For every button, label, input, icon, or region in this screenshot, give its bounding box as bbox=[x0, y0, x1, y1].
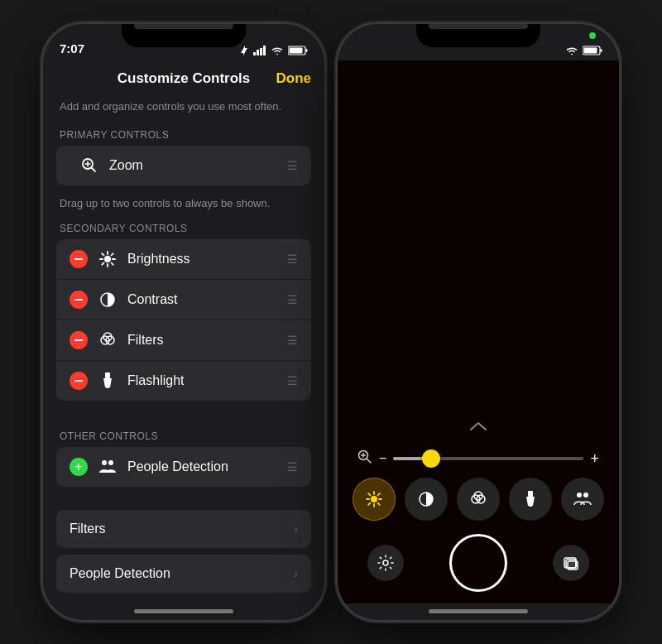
nav-title: Customize Controls bbox=[118, 70, 251, 87]
left-phone: 7:07 bbox=[43, 24, 324, 620]
contrast-row[interactable]: Contrast ☰ bbox=[56, 280, 311, 320]
other-controls-header: OTHER CONTROLS bbox=[43, 424, 324, 447]
svg-point-53 bbox=[583, 493, 588, 497]
filters-nav-row[interactable]: Filters › bbox=[56, 510, 311, 548]
status-icons bbox=[241, 46, 308, 55]
flashlight-ctrl-btn[interactable] bbox=[509, 478, 552, 521]
svg-rect-24 bbox=[105, 372, 110, 378]
svg-line-33 bbox=[367, 459, 371, 463]
zoom-drag-handle[interactable]: ☰ bbox=[287, 159, 298, 172]
description-text: Add and organize controls you use most o… bbox=[43, 97, 324, 123]
svg-line-17 bbox=[112, 263, 113, 265]
filters-drag-handle[interactable]: ☰ bbox=[287, 334, 298, 347]
svg-rect-49 bbox=[528, 491, 533, 497]
brightness-label: Brightness bbox=[127, 252, 281, 267]
people-detection-label: People Detection bbox=[127, 459, 281, 474]
right-battery-icon bbox=[583, 46, 602, 55]
flashlight-drag-handle[interactable]: ☰ bbox=[287, 374, 298, 387]
nav-bar: Customize Controls Done bbox=[43, 60, 324, 97]
swipe-up-indicator bbox=[338, 419, 619, 436]
svg-rect-26 bbox=[106, 386, 109, 388]
settings-ctrl-btn[interactable] bbox=[367, 545, 404, 581]
flashlight-minus-btn[interactable] bbox=[70, 372, 88, 390]
brightness-ctrl-btn[interactable] bbox=[353, 478, 396, 521]
battery-icon bbox=[288, 46, 308, 55]
svg-point-54 bbox=[383, 560, 388, 565]
shutter-button[interactable] bbox=[449, 534, 507, 592]
camera-controls-grid bbox=[338, 474, 619, 524]
svg-point-11 bbox=[104, 256, 111, 262]
contrast-minus-btn[interactable] bbox=[70, 291, 88, 309]
done-button[interactable]: Done bbox=[276, 70, 312, 87]
left-screen: Customize Controls Done Add and organize… bbox=[43, 60, 324, 603]
primary-controls-header: PRIMARY CONTROLS bbox=[43, 123, 324, 146]
contrast-label: Contrast bbox=[127, 292, 281, 307]
svg-rect-0 bbox=[253, 52, 256, 55]
home-indicator-left bbox=[134, 609, 233, 613]
camera-active-dot bbox=[589, 32, 596, 39]
wifi-icon bbox=[271, 46, 284, 55]
bottom-controls bbox=[338, 531, 619, 595]
shutter-inner bbox=[454, 539, 502, 587]
zoom-icon bbox=[78, 154, 101, 177]
svg-rect-51 bbox=[529, 504, 532, 507]
filters-icon bbox=[96, 329, 119, 352]
people-detection-plus-btn[interactable] bbox=[70, 458, 88, 476]
svg-rect-3 bbox=[263, 46, 266, 55]
svg-line-18 bbox=[112, 253, 113, 255]
other-controls-group: People Detection ☰ bbox=[56, 447, 311, 487]
people-detection-nav-row[interactable]: People Detection › bbox=[56, 555, 311, 593]
contrast-icon bbox=[96, 288, 119, 311]
svg-rect-5 bbox=[306, 49, 308, 52]
flashlight-row[interactable]: Flashlight ☰ bbox=[56, 361, 311, 401]
zoom-slider-thumb[interactable] bbox=[422, 449, 440, 468]
people-detection-ctrl-btn[interactable] bbox=[561, 478, 604, 521]
zoom-slider-track[interactable] bbox=[393, 457, 583, 460]
home-indicator-right bbox=[429, 609, 528, 613]
brightness-minus-btn[interactable] bbox=[70, 250, 88, 268]
filters-nav-chevron: › bbox=[294, 522, 298, 536]
people-detection-row[interactable]: People Detection ☰ bbox=[56, 447, 311, 487]
camera-ui: − + bbox=[338, 419, 619, 603]
status-time: 7:07 bbox=[60, 41, 84, 55]
people-detection-icon bbox=[96, 455, 119, 478]
brightness-drag-handle[interactable]: ☰ bbox=[287, 252, 298, 266]
right-phone: − + bbox=[338, 24, 619, 620]
gallery-ctrl-btn[interactable] bbox=[553, 545, 589, 581]
svg-rect-30 bbox=[601, 49, 602, 52]
zoom-minus-icon[interactable]: − bbox=[379, 451, 386, 466]
filters-ctrl-btn[interactable] bbox=[457, 478, 500, 521]
flashlight-icon bbox=[96, 369, 119, 392]
secondary-controls-group: Brightness ☰ Contrast ☰ bbox=[56, 239, 311, 401]
filters-minus-btn[interactable] bbox=[70, 331, 88, 349]
right-screen: − + bbox=[338, 60, 619, 603]
filters-label: Filters bbox=[127, 333, 281, 348]
svg-point-27 bbox=[102, 460, 107, 465]
svg-line-19 bbox=[102, 263, 103, 265]
people-detection-drag-handle[interactable]: ☰ bbox=[287, 460, 298, 473]
right-phone-top-tab bbox=[429, 24, 528, 29]
svg-rect-31 bbox=[584, 48, 597, 54]
contrast-drag-handle[interactable]: ☰ bbox=[287, 293, 298, 306]
svg-rect-6 bbox=[290, 48, 303, 54]
zoom-label: Zoom bbox=[109, 158, 281, 173]
filters-row[interactable]: Filters ☰ bbox=[56, 320, 311, 360]
zoom-row[interactable]: Zoom ☰ bbox=[56, 146, 311, 185]
flashlight-label: Flashlight bbox=[127, 373, 281, 388]
brightness-icon bbox=[96, 248, 119, 271]
phone-top-tab bbox=[134, 24, 233, 29]
svg-rect-1 bbox=[257, 50, 259, 55]
brightness-row[interactable]: Brightness ☰ bbox=[56, 239, 311, 279]
svg-rect-2 bbox=[260, 48, 262, 55]
phones-container: 7:07 bbox=[43, 24, 619, 620]
secondary-controls-header: SECONDARY CONTROLS bbox=[43, 216, 324, 239]
svg-line-43 bbox=[377, 493, 379, 495]
svg-line-42 bbox=[377, 503, 379, 505]
contrast-ctrl-btn[interactable] bbox=[405, 478, 448, 521]
people-detection-nav-label: People Detection bbox=[70, 566, 294, 581]
location-icon bbox=[241, 46, 249, 55]
zoom-plus-icon[interactable]: + bbox=[590, 450, 599, 468]
drag-hint: Drag up to two controls to always be sho… bbox=[43, 192, 324, 216]
svg-line-44 bbox=[368, 503, 370, 505]
zoom-search-icon bbox=[357, 449, 372, 468]
